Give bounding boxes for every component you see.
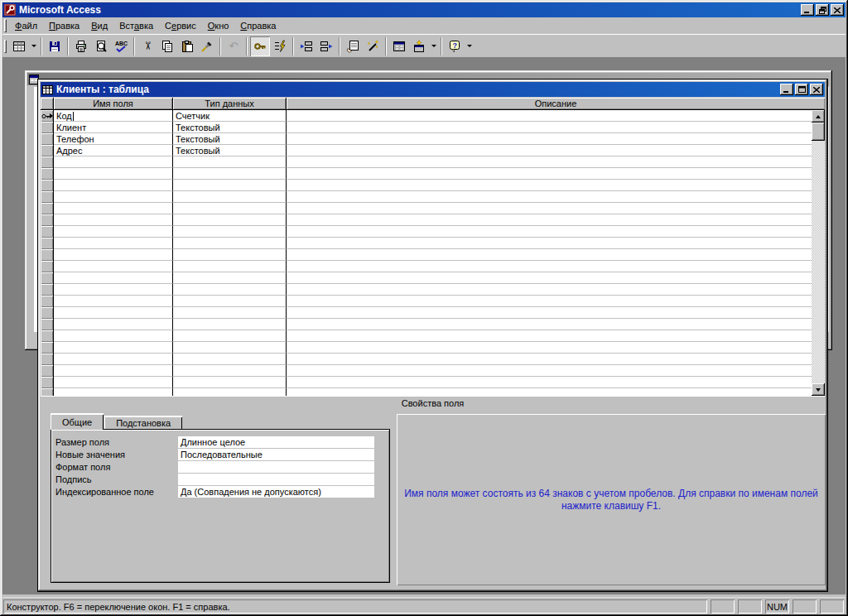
- data-type-cell[interactable]: [173, 226, 287, 238]
- property-value-field[interactable]: [178, 461, 374, 473]
- description-cell[interactable]: [287, 133, 812, 145]
- row-selector[interactable]: [41, 284, 54, 296]
- description-cell[interactable]: [287, 145, 812, 156]
- data-type-cell[interactable]: [173, 330, 287, 342]
- description-cell[interactable]: [287, 342, 812, 354]
- row-selector[interactable]: [41, 249, 54, 261]
- scrollbar-thumb[interactable]: [812, 123, 825, 141]
- table-design-title-bar[interactable]: Клиенты : таблица: [41, 82, 825, 97]
- insert-rows-button[interactable]: [296, 36, 316, 56]
- property-value-field[interactable]: [178, 474, 374, 485]
- row-selector[interactable]: [41, 296, 54, 307]
- description-cell[interactable]: [287, 226, 812, 238]
- description-cell[interactable]: [287, 365, 812, 377]
- data-type-cell[interactable]: [173, 272, 287, 284]
- field-name-cell[interactable]: [54, 249, 173, 261]
- field-name-cell[interactable]: [54, 191, 173, 203]
- data-type-cell[interactable]: [173, 388, 287, 396]
- doc-maximize-button[interactable]: [795, 84, 808, 95]
- data-type-cell[interactable]: [173, 354, 287, 365]
- property-value-field[interactable]: Последовательные: [178, 449, 374, 460]
- menu-item[interactable]: Справка: [234, 19, 282, 32]
- copy-button[interactable]: [157, 36, 177, 56]
- field-name-cell[interactable]: [54, 226, 173, 238]
- field-name-cell[interactable]: [54, 296, 173, 307]
- field-name-cell[interactable]: [54, 307, 173, 319]
- row-selector[interactable]: [41, 214, 54, 226]
- description-cell[interactable]: [287, 330, 812, 342]
- new-object-dropdown-arrow[interactable]: [429, 36, 438, 56]
- scroll-up-button[interactable]: [812, 110, 825, 123]
- description-cell[interactable]: [287, 180, 812, 191]
- data-type-cell[interactable]: [173, 296, 287, 307]
- row-selector[interactable]: [41, 145, 54, 156]
- data-type-cell[interactable]: [173, 238, 287, 249]
- row-selector[interactable]: [41, 180, 54, 191]
- field-name-cell[interactable]: [54, 388, 173, 396]
- row-selector[interactable]: [41, 133, 54, 145]
- field-name-cell[interactable]: [54, 354, 173, 365]
- tab-lookup[interactable]: Подстановка: [104, 416, 182, 430]
- field-name-cell[interactable]: [54, 203, 173, 214]
- row-selector[interactable]: [41, 388, 54, 396]
- print-preview-button[interactable]: [91, 36, 111, 56]
- properties-button[interactable]: [343, 36, 363, 56]
- field-name-cell[interactable]: [54, 377, 173, 388]
- view-design-button[interactable]: [9, 36, 29, 56]
- delete-rows-button[interactable]: [316, 36, 336, 56]
- view-dropdown-arrow[interactable]: [29, 36, 38, 56]
- help-button[interactable]: ?: [445, 36, 465, 56]
- data-type-cell[interactable]: [173, 342, 287, 354]
- data-type-cell[interactable]: Текстовый: [173, 122, 287, 133]
- spelling-button[interactable]: ABC: [111, 36, 131, 56]
- description-cell[interactable]: [287, 191, 812, 203]
- data-type-cell[interactable]: [173, 284, 287, 296]
- row-selector[interactable]: [41, 354, 54, 365]
- row-selector[interactable]: [41, 191, 54, 203]
- doc-close-button[interactable]: [810, 84, 823, 95]
- description-cell[interactable]: [287, 354, 812, 365]
- data-type-cell[interactable]: Текстовый: [173, 145, 287, 156]
- menu-item[interactable]: Сервис: [159, 19, 202, 32]
- access-app-icon[interactable]: [4, 4, 16, 16]
- row-selector[interactable]: [41, 272, 54, 284]
- restore-button[interactable]: [816, 4, 829, 16]
- field-name-cell[interactable]: [54, 261, 173, 272]
- description-cell[interactable]: [287, 214, 812, 226]
- description-cell[interactable]: [287, 319, 812, 330]
- print-button[interactable]: [71, 36, 91, 56]
- save-button[interactable]: [45, 36, 65, 56]
- description-cell[interactable]: [287, 110, 812, 122]
- format-painter-button[interactable]: [197, 36, 217, 56]
- field-name-cell[interactable]: [54, 180, 173, 191]
- property-value-field[interactable]: Длинное целое: [178, 436, 374, 448]
- data-type-cell[interactable]: [173, 307, 287, 319]
- field-name-cell[interactable]: [54, 214, 173, 226]
- description-cell[interactable]: [287, 307, 812, 319]
- undo-button[interactable]: ↶: [224, 36, 243, 56]
- field-name-cell[interactable]: [54, 284, 173, 296]
- description-cell[interactable]: [287, 168, 812, 180]
- paste-button[interactable]: [177, 36, 197, 56]
- data-type-cell[interactable]: [173, 261, 287, 272]
- description-cell[interactable]: [287, 203, 812, 214]
- minimize-button[interactable]: [801, 4, 814, 16]
- description-cell[interactable]: [287, 377, 812, 388]
- data-type-cell[interactable]: [173, 180, 287, 191]
- data-type-cell[interactable]: [173, 319, 287, 330]
- menu-grip-handle[interactable]: [4, 19, 7, 32]
- description-cell[interactable]: [287, 272, 812, 284]
- build-button[interactable]: [363, 36, 383, 56]
- row-selector[interactable]: [41, 330, 54, 342]
- field-name-cell[interactable]: Клиент: [54, 122, 173, 133]
- field-name-cell[interactable]: [54, 365, 173, 377]
- toolbar-grip-handle[interactable]: [4, 40, 7, 53]
- description-cell[interactable]: [287, 388, 812, 396]
- description-cell[interactable]: [287, 122, 812, 133]
- tab-general[interactable]: Общие: [51, 413, 104, 430]
- row-selector[interactable]: [41, 226, 54, 238]
- vertical-scrollbar[interactable]: [812, 110, 825, 396]
- data-type-cell[interactable]: [173, 249, 287, 261]
- menu-item[interactable]: Правка: [43, 19, 85, 32]
- property-value-field[interactable]: Да (Совпадения не допускаются): [178, 486, 374, 498]
